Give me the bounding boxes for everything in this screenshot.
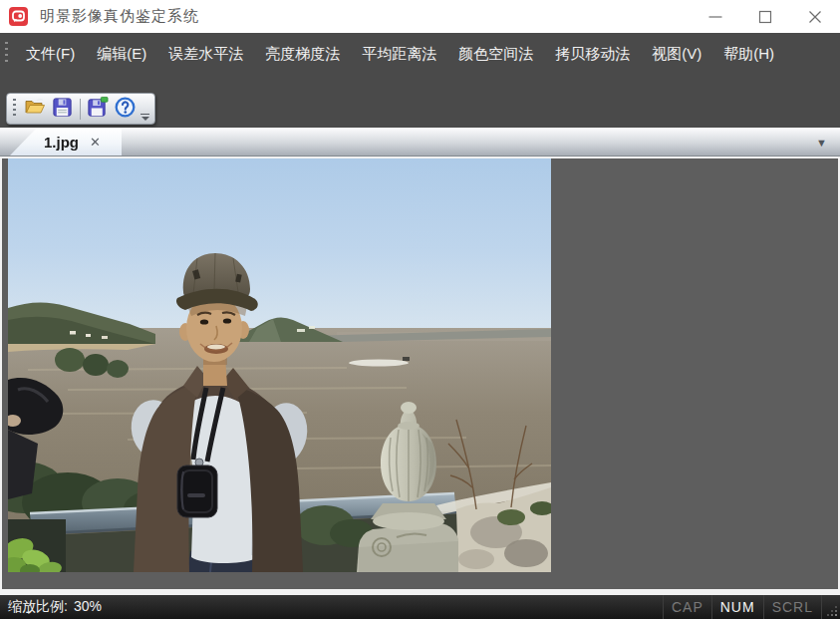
scroll-lock-indicator: SCRL [763, 595, 822, 619]
menu-file[interactable]: 文件(F) [15, 33, 86, 75]
zoom-ratio: 缩放比例: 30% [8, 598, 102, 616]
toolbar-overflow-icon[interactable] [140, 114, 152, 121]
keyboard-indicators: CAP NUM SCRL [663, 595, 822, 619]
help-icon [114, 96, 137, 123]
num-lock-indicator: NUM [711, 595, 763, 619]
window-resize-grip[interactable] [825, 604, 837, 616]
photo-1jpg[interactable] [8, 158, 551, 572]
tab-label: 1.jpg [44, 134, 79, 151]
maximize-button[interactable] [740, 0, 790, 33]
menu-luminance-gradient[interactable]: 亮度梯度法 [254, 33, 351, 75]
menu-error-level-analysis[interactable]: 误差水平法 [157, 33, 254, 75]
toolbar-zone [0, 75, 840, 128]
menu-help[interactable]: 帮助(H) [712, 33, 785, 75]
app-logo-icon [9, 7, 28, 26]
zoom-ratio-value: 30% [74, 598, 102, 616]
menu-average-distance[interactable]: 平均距离法 [351, 33, 447, 75]
help-button[interactable] [112, 96, 140, 123]
minimize-button[interactable] [691, 0, 740, 33]
toolbar-grip-handle[interactable] [13, 99, 16, 119]
zoom-ratio-label: 缩放比例: [8, 598, 68, 616]
menu-color-space[interactable]: 颜色空间法 [447, 33, 544, 75]
tab-list-dropdown-icon[interactable]: ▼ [816, 137, 827, 149]
close-button[interactable] [790, 0, 840, 33]
save-as-button[interactable] [84, 96, 112, 123]
window-title: 明景影像真伪鉴定系统 [40, 7, 199, 26]
tab-1jpg[interactable]: 1.jpg ✕ [10, 129, 122, 155]
content-frame [0, 156, 840, 595]
save-icon [51, 96, 74, 123]
menu-copy-move[interactable]: 拷贝移动法 [544, 33, 641, 75]
menu-edit[interactable]: 编辑(E) [86, 33, 157, 75]
document-tabbar: 1.jpg ✕ ▼ [0, 128, 840, 156]
caps-lock-indicator: CAP [663, 595, 711, 619]
titlebar: 明景影像真伪鉴定系统 [0, 0, 840, 33]
menubar: 文件(F) 编辑(E) 误差水平法 亮度梯度法 平均距离法 颜色空间法 拷贝移动… [0, 33, 840, 75]
menu-view[interactable]: 视图(V) [641, 33, 712, 75]
app-window: 明景影像真伪鉴定系统 文件(F) 编辑(E) 误差水平法 亮度梯度法 平均距离法… [0, 0, 840, 619]
open-folder-icon [23, 95, 47, 123]
toolbar-separator [80, 99, 81, 120]
window-controls [691, 0, 840, 33]
tab-close-icon[interactable]: ✕ [90, 136, 101, 149]
statusbar: 缩放比例: 30% CAP NUM SCRL [0, 595, 840, 619]
save-as-icon [86, 96, 109, 123]
toolbar [6, 93, 155, 125]
open-button[interactable] [21, 96, 49, 123]
save-button[interactable] [49, 96, 77, 123]
menubar-grip-handle[interactable] [5, 42, 8, 66]
image-canvas [2, 158, 838, 589]
